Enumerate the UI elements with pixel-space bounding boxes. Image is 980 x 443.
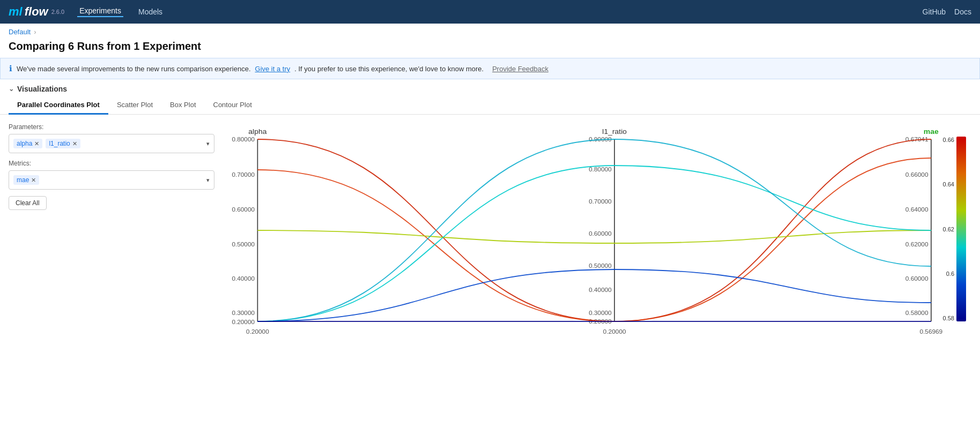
logo-version: 2.6.0 bbox=[51, 9, 64, 15]
docs-link[interactable]: Docs bbox=[954, 7, 971, 16]
header: mlflow 2.6.0 Experiments Models GitHub D… bbox=[0, 0, 980, 24]
parallel-coords-chart: alpha l1_ratio mae 0.80000 0.70000 0.600… bbox=[223, 123, 971, 348]
alpha-tag: alpha ✕ bbox=[13, 139, 42, 148]
scale-labels: 0.66 0.64 0.62 0.6 0.58 bbox=[943, 137, 954, 321]
logo-flow-text: flow bbox=[25, 5, 48, 19]
chart-area: alpha l1_ratio mae 0.80000 0.70000 0.600… bbox=[223, 123, 971, 348]
svg-text:mae: mae bbox=[924, 127, 939, 135]
metrics-dropdown-arrow: ▾ bbox=[206, 177, 210, 184]
nav-models[interactable]: Models bbox=[136, 7, 165, 16]
mae-tag-label: mae bbox=[17, 176, 29, 184]
parameters-label: Parameters: bbox=[9, 123, 214, 131]
breadcrumb: Default › bbox=[0, 24, 980, 38]
clear-all-button[interactable]: Clear All bbox=[9, 196, 47, 210]
svg-text:0.60000: 0.60000 bbox=[905, 275, 929, 282]
svg-text:0.60000: 0.60000 bbox=[589, 230, 612, 237]
page-title: Comparing 6 Runs from 1 Experiment bbox=[0, 38, 980, 58]
visualizations-label: Visualizations bbox=[17, 85, 67, 93]
info-banner: ℹ We've made several improvements to the… bbox=[0, 58, 980, 79]
svg-text:l1_ratio: l1_ratio bbox=[602, 127, 627, 135]
svg-text:0.70000: 0.70000 bbox=[232, 171, 255, 178]
svg-text:0.62000: 0.62000 bbox=[905, 241, 929, 247]
tab-box-plot[interactable]: Box Plot bbox=[161, 96, 204, 115]
breadcrumb-separator: › bbox=[34, 28, 36, 36]
svg-text:0.60000: 0.60000 bbox=[232, 206, 255, 213]
svg-text:0.50000: 0.50000 bbox=[232, 241, 255, 247]
scale-label-066: 0.66 bbox=[943, 137, 954, 143]
breadcrumb-default[interactable]: Default bbox=[9, 28, 31, 36]
info-text-before: We've made several improvements to the n… bbox=[17, 65, 251, 73]
header-right: GitHub Docs bbox=[923, 7, 971, 16]
mae-tag-remove[interactable]: ✕ bbox=[31, 177, 36, 184]
header-left: mlflow 2.6.0 Experiments Models bbox=[9, 5, 165, 19]
svg-text:0.70000: 0.70000 bbox=[589, 198, 612, 205]
alpha-tag-remove[interactable]: ✕ bbox=[34, 140, 39, 147]
parameters-dropdown-arrow: ▾ bbox=[206, 140, 210, 147]
left-panel: Parameters: alpha ✕ l1_ratio ✕ ▾ Metrics… bbox=[9, 123, 223, 348]
svg-text:0.64000: 0.64000 bbox=[905, 206, 929, 213]
color-scale: 0.66 0.64 0.62 0.6 0.58 bbox=[943, 137, 966, 321]
scale-label-062: 0.62 bbox=[943, 226, 954, 232]
visualization-tabs: Parallel Coordinates Plot Scatter Plot B… bbox=[0, 96, 980, 115]
github-link[interactable]: GitHub bbox=[923, 7, 946, 16]
scale-label-064: 0.64 bbox=[943, 181, 954, 187]
visualizations-section-header[interactable]: ⌄ Visualizations bbox=[0, 79, 980, 96]
tab-scatter-plot[interactable]: Scatter Plot bbox=[108, 96, 161, 115]
content-area: Parameters: alpha ✕ l1_ratio ✕ ▾ Metrics… bbox=[0, 115, 980, 357]
svg-text:0.58000: 0.58000 bbox=[905, 310, 929, 316]
info-icon: ℹ bbox=[9, 64, 12, 73]
scale-gradient-bar bbox=[956, 137, 966, 321]
provide-feedback-link[interactable]: Provide Feedback bbox=[492, 65, 548, 73]
logo: mlflow 2.6.0 bbox=[9, 5, 64, 19]
svg-text:0.20000: 0.20000 bbox=[246, 328, 269, 335]
svg-text:0.80000: 0.80000 bbox=[589, 166, 612, 172]
metrics-label: Metrics: bbox=[9, 160, 214, 167]
metrics-select[interactable]: mae ✕ ▾ bbox=[9, 170, 214, 190]
tab-contour-plot[interactable]: Contour Plot bbox=[205, 96, 261, 115]
svg-text:0.56969: 0.56969 bbox=[919, 328, 942, 335]
svg-text:alpha: alpha bbox=[248, 127, 267, 135]
info-text-after: . If you prefer to use this experience, … bbox=[294, 65, 484, 73]
collapse-chevron-icon: ⌄ bbox=[9, 85, 14, 93]
nav-experiments[interactable]: Experiments bbox=[77, 6, 123, 17]
svg-text:0.50000: 0.50000 bbox=[589, 262, 612, 269]
parameters-select[interactable]: alpha ✕ l1_ratio ✕ ▾ bbox=[9, 134, 214, 153]
l1-ratio-tag: l1_ratio ✕ bbox=[46, 139, 80, 148]
svg-text:0.20000: 0.20000 bbox=[232, 319, 255, 325]
svg-text:0.66000: 0.66000 bbox=[905, 171, 929, 178]
l1-ratio-tag-label: l1_ratio bbox=[49, 140, 70, 147]
svg-text:0.30000: 0.30000 bbox=[232, 310, 255, 316]
svg-text:0.20000: 0.20000 bbox=[603, 328, 626, 335]
give-it-a-try-link[interactable]: Give it a try bbox=[255, 65, 291, 73]
svg-text:0.40000: 0.40000 bbox=[232, 275, 255, 282]
tab-parallel-coordinates[interactable]: Parallel Coordinates Plot bbox=[9, 96, 108, 115]
chart-svg: alpha l1_ratio mae 0.80000 0.70000 0.600… bbox=[223, 123, 971, 348]
scale-label-060: 0.6 bbox=[946, 271, 954, 277]
scale-label-058: 0.58 bbox=[943, 315, 954, 321]
mae-tag: mae ✕ bbox=[13, 175, 39, 185]
alpha-tag-label: alpha bbox=[17, 140, 32, 147]
svg-text:0.30000: 0.30000 bbox=[589, 310, 612, 316]
svg-text:0.40000: 0.40000 bbox=[589, 287, 612, 293]
logo-ml-text: ml bbox=[9, 5, 23, 19]
svg-text:0.80000: 0.80000 bbox=[232, 136, 255, 142]
l1-ratio-tag-remove[interactable]: ✕ bbox=[72, 140, 77, 147]
